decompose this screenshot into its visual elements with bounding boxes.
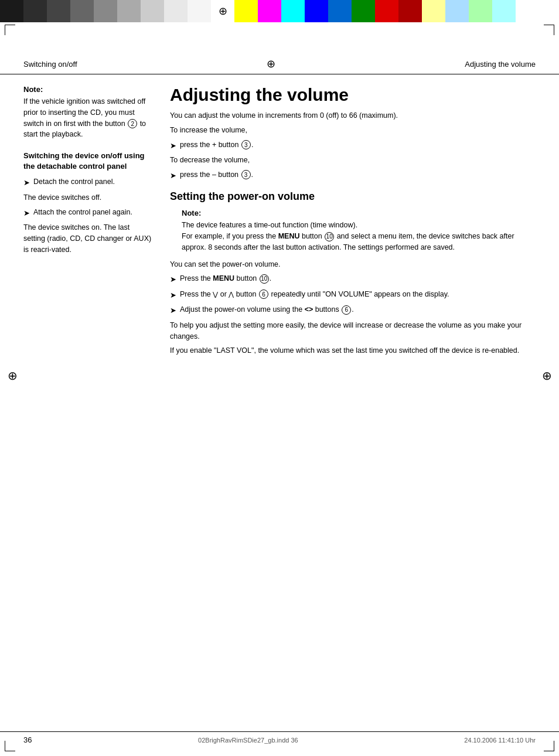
right-note-text: The device features a time-out function … [182,220,536,253]
lr-arrows: <> [305,305,313,314]
page-number: 36 [23,735,32,744]
left-note-text: If the vehicle ignition was switched off… [23,96,152,140]
increase-label: To increase the volume, [170,125,536,136]
right-note-label: Note: [182,209,536,217]
color-bar: ⊕ [0,0,559,22]
button-10b: 10 [260,274,269,284]
crosshair-right: ⊕ [540,369,553,382]
header-center-crosshair: ⊕ [267,57,275,70]
header-left: Switching on/off [23,60,77,69]
big-heading: Adjusting the volume [170,85,536,104]
left-bullet-2: ➤ Attach the control panel again. [23,207,152,219]
footer-right: 24.10.2006 11:41:10 Uhr [464,737,536,744]
button-3b: 3 [241,170,251,179]
right-column: Adjusting the volume You can adjust the … [170,74,536,360]
intro-text: You can adjust the volume in increments … [170,110,536,121]
page: ⊕ ⊕ ⊕ Switching on/off ⊕ Adjusting the v… [0,0,559,756]
can-set-text: You can set the power-on volume. [170,259,536,270]
increase-bullet: ➤ press the + button 3. [170,139,536,152]
left-text-2: The device switches on. The last setting… [23,222,152,255]
menu-bold: MENU [278,232,300,240]
left-column: Note: If the vehicle ignition was switch… [23,74,152,360]
bullet-volume: ➤ Press the ⋁ or ⋀ button 6 repeatedly u… [170,289,536,301]
corner-mark-tl [5,25,15,35]
right-note-box: Note: The device features a time-out fun… [170,209,536,253]
footer-center: 02BrighRavRimSDie27_gb.indd 36 [198,737,298,744]
bullet-arrow-decrease: ➤ [170,170,176,182]
up-arrow-icon: ⋀ [229,291,234,298]
bullet-adjust: ➤ Adjust the power-on volume using the <… [170,304,536,316]
bullet-menu: ➤ Press the MENU button 10. [170,273,536,285]
button-6b: 6 [342,305,351,315]
down-arrow-icon: ⋁ [213,291,218,298]
button-2: 2 [128,119,137,128]
sub-heading: Setting the power-on volume [170,190,536,203]
header-right: Adjusting the volume [465,60,536,69]
page-header: Switching on/off ⊕ Adjusting the volume [0,52,559,74]
left-bullet-1-text: Detach the control panel. [33,176,115,188]
button-6a: 6 [259,290,268,299]
button-3a: 3 [241,140,251,149]
page-footer: 36 02BrighRavRimSDie27_gb.indd 36 24.10.… [0,731,559,744]
crosshair-left: ⊕ [6,369,19,382]
bullet-arrow-adjust: ➤ [170,305,176,316]
last-vol-text: If you enable "LAST VOL", the volume whi… [170,345,536,356]
decrease-bullet: ➤ press the – button 3. [170,169,536,182]
bullet-arrow-menu: ➤ [170,274,176,285]
bullet-arrow-volume: ➤ [170,290,176,301]
bullet-arrow-increase: ➤ [170,140,176,152]
left-note-label: Note: [23,85,152,94]
content-area: Note: If the vehicle ignition was switch… [0,74,559,360]
left-text-1: The device switches off. [23,192,152,203]
left-bullet-2-text: Attach the control panel again. [33,207,132,218]
help-text: To help you adjust the setting more easi… [170,320,536,342]
menu-label: MENU [213,274,234,282]
button-10a: 10 [325,232,334,241]
bullet-arrow-icon: ➤ [23,177,30,189]
corner-mark-tr [544,25,554,35]
bullet-arrow-icon-2: ➤ [23,207,30,219]
decrease-label: To decrease the volume, [170,155,536,166]
left-bullet-1: ➤ Detach the control panel. [23,176,152,189]
left-section-heading: Switching the device on/off using the de… [23,151,152,172]
